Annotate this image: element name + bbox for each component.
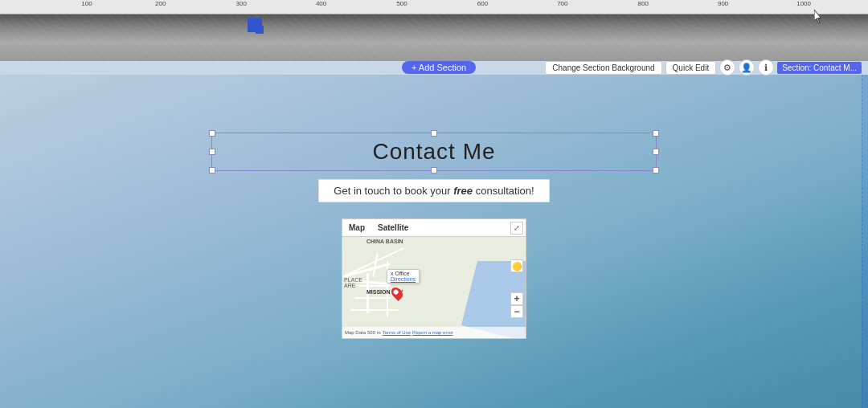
resize-handle-bl[interactable] (209, 167, 215, 173)
resize-handle-tr[interactable] (653, 130, 659, 137)
map-road (372, 253, 378, 277)
subtitle-emphasis: free (453, 185, 473, 197)
map-toolbar: Map Satellite ⤢ (342, 219, 526, 237)
page-title[interactable]: Contact Me (372, 139, 495, 165)
contact-title-wrapper[interactable]: Contact Me (372, 139, 495, 165)
change-bg-button[interactable]: Change Section Background (545, 61, 661, 75)
wrench-icon-button[interactable]: ⚙ (719, 59, 735, 75)
map-scale-label: 500 m (367, 330, 381, 335)
ruler: 100 200 300 400 500 600 700 800 900 1000 (0, 0, 868, 14)
resize-handle-ml[interactable] (209, 149, 215, 155)
map-road (354, 297, 391, 299)
quick-edit-button[interactable]: Quick Edit (665, 61, 717, 75)
subtitle-text-after: consultation! (473, 185, 534, 197)
map-content: CHINA BASIN MISSION BAY PLACEARE x Offic… (342, 237, 526, 338)
section-toolbar: Change Section Background Quick Edit ⚙ 👤… (545, 59, 868, 76)
map-popup: x Office Directions (387, 269, 420, 284)
subtitle-text-before: Get in touch to book your (334, 185, 453, 197)
logo-icon (248, 18, 262, 32)
add-section-button[interactable]: + Add Section (402, 61, 476, 74)
map-widget[interactable]: Map Satellite ⤢ CHINA BASIN MISSION BAY … (342, 218, 526, 339)
map-tab-map[interactable]: Map (342, 222, 371, 234)
map-data-label: Map Data (345, 330, 366, 335)
resize-handle-bm[interactable] (431, 167, 437, 173)
section-name-label: Section: Contact M... (777, 62, 862, 74)
subtitle-block[interactable]: Get in touch to book your free consultat… (318, 179, 549, 202)
map-pin-icon (389, 285, 405, 301)
map-label-place: PLACEARE (344, 277, 362, 288)
map-report-link[interactable]: Report a map error (412, 330, 453, 335)
map-road (358, 285, 391, 287)
map-popup-text: x Office (391, 271, 410, 276)
person-icon-button[interactable]: 👤 (739, 59, 755, 75)
map-zoom-in-button[interactable]: + (510, 292, 523, 305)
map-street-view-button[interactable]: 🟡 (510, 259, 523, 272)
resize-handle-mr[interactable] (653, 149, 659, 155)
map-road (350, 309, 399, 311)
map-expand-button[interactable]: ⤢ (510, 222, 523, 235)
map-footer: Map Data 500 m Terms of Use Report a map… (342, 327, 526, 338)
map-terms-link[interactable]: Terms of Use (383, 330, 411, 335)
map-directions-link[interactable]: Directions (391, 276, 416, 282)
right-panel-border (862, 75, 868, 408)
contact-section: Contact Me Get in touch to book your fre… (0, 75, 868, 408)
header-image (0, 14, 868, 61)
map-tab-satellite[interactable]: Satellite (371, 222, 415, 234)
resize-handle-tl[interactable] (209, 130, 215, 137)
mouse-cursor (814, 10, 824, 24)
map-zoom-controls: + − (510, 292, 523, 318)
map-pin (392, 287, 402, 300)
info-icon-button[interactable]: ℹ (758, 59, 774, 75)
resize-handle-tm[interactable] (431, 130, 437, 137)
map-zoom-out-button[interactable]: − (510, 305, 523, 318)
resize-handle-br[interactable] (653, 167, 659, 173)
map-label-china-basin: CHINA BASIN (366, 239, 403, 244)
